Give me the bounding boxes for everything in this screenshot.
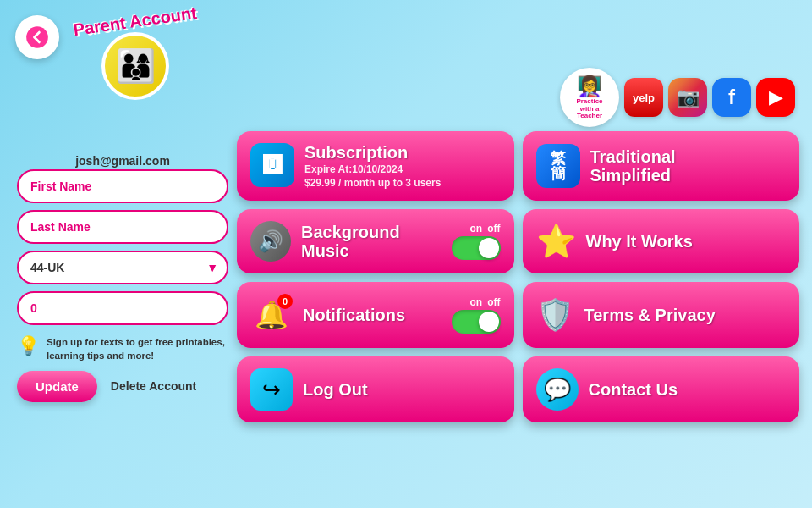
- why-it-works-title: Why It Works: [586, 232, 787, 251]
- notif-toggle-off-label: off: [487, 296, 500, 308]
- last-name-input[interactable]: [17, 210, 228, 244]
- update-button[interactable]: Update: [17, 371, 97, 402]
- terms-title: Terms & Privacy: [584, 306, 787, 324]
- instagram-button[interactable]: 📷: [668, 78, 707, 117]
- speaker-icon: 🔊: [250, 221, 291, 262]
- bell-icon: 🔔 0: [250, 294, 293, 336]
- yelp-icon: yelp: [633, 91, 655, 104]
- notifications-toggle[interactable]: [452, 310, 501, 334]
- action-buttons: Update Delete Account: [17, 371, 228, 402]
- terms-text-area: Terms & Privacy: [584, 306, 787, 324]
- toggle-knob: [479, 238, 499, 258]
- subscription-button[interactable]: 🅾 Subscription Expire At:10/10/2024 $29.…: [237, 131, 514, 201]
- notification-badge: 0: [277, 294, 293, 309]
- chat-icon: 💬: [536, 368, 579, 411]
- terms-privacy-button[interactable]: 🛡️ Terms & Privacy: [523, 282, 800, 348]
- notif-toggle-on-label: on: [470, 296, 483, 308]
- yelp-button[interactable]: yelp: [624, 78, 663, 117]
- avatar-emoji: 👨‍👩‍👦: [116, 47, 156, 85]
- facebook-button[interactable]: f: [712, 78, 751, 117]
- subscription-title: Subscription: [304, 143, 501, 162]
- notifications-title: Notifications: [303, 306, 442, 324]
- why-it-works-button[interactable]: ⭐ Why It Works: [523, 209, 800, 273]
- signup-info: 💡 Sign up for texts to get free printabl…: [17, 335, 228, 362]
- contact-text-area: Contact Us: [589, 380, 787, 399]
- background-music-toggle-labels: on off: [470, 223, 501, 235]
- traditional-text-area: Traditional Simplified: [590, 147, 787, 185]
- background-music-toggle-area: on off: [452, 223, 501, 260]
- subscription-price: $29.99 / month up to 3 users: [304, 177, 501, 189]
- toggle-on-label: on: [470, 223, 483, 235]
- logout-text-area: Log Out: [303, 380, 501, 399]
- background-music-text-area: Background Music: [301, 223, 442, 260]
- traditional-title: Traditional Simplified: [590, 147, 787, 185]
- shield-icon: 🛡️: [536, 297, 574, 333]
- notifications-button[interactable]: 🔔 0 Notifications on off: [237, 282, 514, 348]
- back-button[interactable]: [15, 15, 59, 59]
- why-it-works-text-area: Why It Works: [586, 232, 787, 251]
- youtube-button[interactable]: ▶: [756, 78, 795, 117]
- logo-area: Parent Account 👨‍👩‍👦: [55, 12, 216, 100]
- phone-input[interactable]: [17, 291, 228, 325]
- social-icons: 👩‍🏫 Practicewith aTeacher yelp 📷 f ▶: [560, 68, 795, 127]
- logout-button[interactable]: ↪ Log Out: [237, 356, 514, 422]
- notifications-toggle-area: on off: [452, 296, 501, 334]
- notif-toggle-knob: [479, 312, 499, 332]
- form-area: 44-UK 1-US 61-AU 33-FR 49-DE ▼ 💡 Sign up…: [17, 169, 228, 402]
- toggle-off-label: off: [487, 223, 500, 235]
- star-icon: ⭐: [536, 223, 576, 260]
- logout-title: Log Out: [303, 380, 501, 399]
- first-name-input[interactable]: [17, 169, 228, 203]
- background-music-toggle[interactable]: [452, 236, 501, 260]
- user-email: josh@gmail.com: [17, 154, 228, 168]
- practice-teacher-badge[interactable]: 👩‍🏫 Practicewith aTeacher: [560, 68, 619, 127]
- background-music-button[interactable]: 🔊 Background Music on off: [237, 209, 514, 273]
- subscription-expire: Expire At:10/10/2024: [304, 163, 501, 175]
- contact-us-button[interactable]: 💬 Contact Us: [523, 356, 800, 422]
- subscription-text-area: Subscription Expire At:10/10/2024 $29.99…: [304, 143, 501, 189]
- signup-text: Sign up for texts to get free printables…: [47, 335, 228, 362]
- youtube-icon: ▶: [769, 86, 783, 108]
- traditional-simplified-button[interactable]: 繁 簡 Traditional Simplified: [523, 131, 800, 201]
- contact-title: Contact Us: [589, 380, 787, 399]
- main-buttons-grid: 🅾 Subscription Expire At:10/10/2024 $29.…: [237, 131, 799, 422]
- notifications-text-area: Notifications: [303, 306, 442, 324]
- logout-icon: ↪: [250, 368, 293, 411]
- country-select[interactable]: 44-UK 1-US 61-AU 33-FR 49-DE: [17, 251, 228, 284]
- subscription-icon: 🅾: [250, 143, 294, 187]
- facebook-icon: f: [728, 86, 735, 109]
- lightbulb-icon: 💡: [17, 335, 40, 357]
- background-music-title: Background Music: [301, 223, 442, 260]
- logo-avatar: 👨‍👩‍👦: [102, 32, 169, 100]
- notifications-toggle-labels: on off: [470, 296, 501, 308]
- country-wrapper: 44-UK 1-US 61-AU 33-FR 49-DE ▼: [17, 251, 228, 284]
- traditional-icon: 繁 簡: [536, 144, 580, 188]
- delete-account-button[interactable]: Delete Account: [111, 379, 196, 394]
- instagram-icon: 📷: [677, 86, 700, 108]
- svg-point-0: [26, 26, 48, 48]
